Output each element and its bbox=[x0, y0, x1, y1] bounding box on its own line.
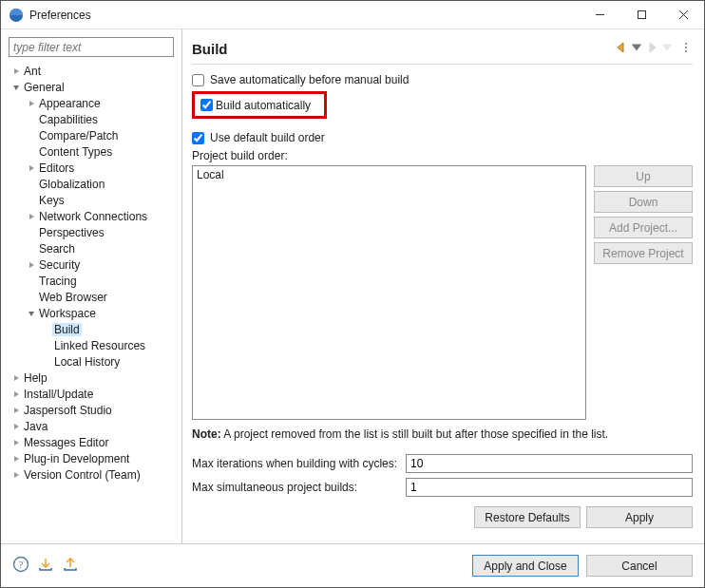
chevron-down-icon[interactable] bbox=[10, 82, 22, 93]
tree-item[interactable]: Local History bbox=[5, 353, 178, 370]
sidebar: AntGeneralAppearanceCapabilitiesCompare/… bbox=[1, 29, 182, 543]
chevron-right-icon[interactable] bbox=[10, 372, 22, 384]
filter-input[interactable] bbox=[9, 37, 174, 57]
chevron-right-icon[interactable] bbox=[26, 211, 37, 222]
help-icon[interactable]: ? bbox=[12, 556, 29, 576]
tree-item-label: Capabilities bbox=[37, 113, 100, 126]
spacer-icon bbox=[26, 130, 37, 142]
add-project-button[interactable]: Add Project... bbox=[594, 217, 693, 238]
spacer-icon bbox=[41, 340, 52, 351]
tree-item[interactable]: Tracing bbox=[5, 273, 178, 289]
tree-item[interactable]: Jaspersoft Studio bbox=[5, 402, 178, 418]
tree-item[interactable]: Appearance bbox=[5, 95, 178, 111]
chevron-right-icon[interactable] bbox=[10, 66, 22, 77]
cancel-button[interactable]: Cancel bbox=[586, 555, 693, 577]
max-sim-input[interactable] bbox=[406, 478, 693, 497]
chevron-right-icon[interactable] bbox=[26, 259, 37, 271]
tree-item-label: Globalization bbox=[37, 178, 106, 191]
max-iter-input[interactable] bbox=[406, 454, 693, 473]
max-iter-label: Max iterations when building with cycles… bbox=[192, 457, 406, 470]
export-icon[interactable] bbox=[62, 556, 79, 576]
remove-project-button[interactable]: Remove Project bbox=[594, 242, 693, 264]
spacer-icon bbox=[41, 324, 52, 335]
spacer-icon bbox=[26, 146, 37, 158]
build-auto-checkbox[interactable] bbox=[200, 99, 213, 111]
tree-item[interactable]: Version Control (Team) bbox=[5, 466, 178, 483]
note-text: Note: A project removed from the list is… bbox=[192, 427, 693, 441]
maximize-button[interactable] bbox=[620, 1, 662, 28]
chevron-right-icon[interactable] bbox=[10, 453, 22, 465]
tree-item[interactable]: Editors bbox=[5, 160, 178, 176]
spacer-icon bbox=[26, 243, 37, 255]
tree-item[interactable]: Globalization bbox=[5, 176, 178, 192]
max-sim-label: Max simultaneous project builds: bbox=[192, 481, 406, 494]
chevron-right-icon[interactable] bbox=[10, 469, 22, 481]
tree-item[interactable]: Messages Editor bbox=[5, 434, 178, 450]
chevron-right-icon[interactable] bbox=[10, 389, 22, 400]
spacer-icon bbox=[26, 227, 37, 238]
chevron-right-icon[interactable] bbox=[26, 162, 37, 174]
restore-defaults-button[interactable]: Restore Defaults bbox=[474, 506, 581, 528]
tree-item[interactable]: Compare/Patch bbox=[5, 127, 178, 143]
view-menu-icon[interactable] bbox=[679, 41, 693, 57]
tree-item[interactable]: Network Connections bbox=[5, 208, 178, 224]
list-item[interactable]: Local bbox=[197, 168, 581, 181]
chevron-right-icon[interactable] bbox=[10, 421, 22, 432]
back-menu-icon[interactable] bbox=[630, 41, 643, 57]
chevron-down-icon[interactable] bbox=[26, 308, 37, 319]
tree-item-label: Version Control (Team) bbox=[22, 468, 143, 482]
close-button[interactable] bbox=[662, 1, 704, 28]
spacer-icon bbox=[26, 195, 37, 206]
spacer-icon bbox=[26, 292, 37, 303]
chevron-right-icon[interactable] bbox=[10, 405, 22, 416]
tree-item[interactable]: Keys bbox=[5, 192, 178, 208]
tree-item[interactable]: Ant bbox=[5, 63, 178, 79]
tree-item-label: Appearance bbox=[37, 97, 103, 110]
tree-item-label: Search bbox=[37, 242, 77, 256]
minimize-button[interactable] bbox=[579, 1, 620, 28]
down-button[interactable]: Down bbox=[594, 191, 693, 213]
project-order-label: Project build order: bbox=[192, 149, 693, 162]
build-auto-label[interactable]: Build automatically bbox=[216, 99, 311, 112]
tree-item-label: Build bbox=[52, 323, 82, 336]
tree-item-label: General bbox=[22, 81, 67, 94]
tree-item[interactable]: Search bbox=[5, 240, 178, 256]
tree-item-label: Compare/Patch bbox=[37, 129, 120, 142]
tree-item[interactable]: Help bbox=[5, 370, 178, 386]
content-pane: Build Save automatically before manual b… bbox=[182, 29, 704, 543]
tree-item-label: Web Browser bbox=[37, 291, 109, 304]
apply-and-close-button[interactable]: Apply and Close bbox=[472, 555, 579, 577]
tree-item[interactable]: Plug-in Development bbox=[5, 450, 178, 466]
nav-arrows bbox=[615, 41, 693, 57]
use-default-order-checkbox[interactable] bbox=[192, 132, 204, 144]
chevron-right-icon[interactable] bbox=[26, 98, 37, 109]
tree-item[interactable]: Web Browser bbox=[5, 289, 178, 305]
chevron-right-icon[interactable] bbox=[10, 437, 22, 448]
tree-item[interactable]: Content Types bbox=[5, 143, 178, 160]
tree-item[interactable]: Perspectives bbox=[5, 224, 178, 240]
tree-item[interactable]: Workspace bbox=[5, 305, 178, 321]
tree-item-label: Java bbox=[22, 420, 49, 433]
save-before-label[interactable]: Save automatically before manual build bbox=[210, 73, 409, 86]
import-icon[interactable] bbox=[37, 556, 54, 576]
project-order-list[interactable]: Local bbox=[192, 165, 586, 420]
tree-item-label: Plug-in Development bbox=[22, 452, 131, 465]
tree-item[interactable]: Java bbox=[5, 418, 178, 434]
back-icon[interactable] bbox=[615, 41, 628, 57]
tree-item-label: Security bbox=[37, 258, 82, 272]
page-title: Build bbox=[192, 41, 615, 57]
forward-icon[interactable] bbox=[645, 41, 658, 57]
up-button[interactable]: Up bbox=[594, 165, 693, 187]
apply-button[interactable]: Apply bbox=[586, 506, 693, 528]
tree-item[interactable]: General bbox=[5, 79, 178, 95]
preference-tree[interactable]: AntGeneralAppearanceCapabilitiesCompare/… bbox=[5, 61, 178, 538]
tree-item[interactable]: Capabilities bbox=[5, 111, 178, 127]
tree-item[interactable]: Build bbox=[5, 321, 178, 337]
tree-item[interactable]: Security bbox=[5, 256, 178, 273]
tree-item[interactable]: Linked Resources bbox=[5, 337, 178, 353]
save-before-checkbox[interactable] bbox=[192, 74, 204, 86]
forward-menu-icon[interactable] bbox=[660, 41, 674, 57]
use-default-order-label[interactable]: Use default build order bbox=[210, 131, 325, 144]
titlebar: Preferences bbox=[1, 1, 704, 29]
tree-item[interactable]: Install/Update bbox=[5, 386, 178, 402]
